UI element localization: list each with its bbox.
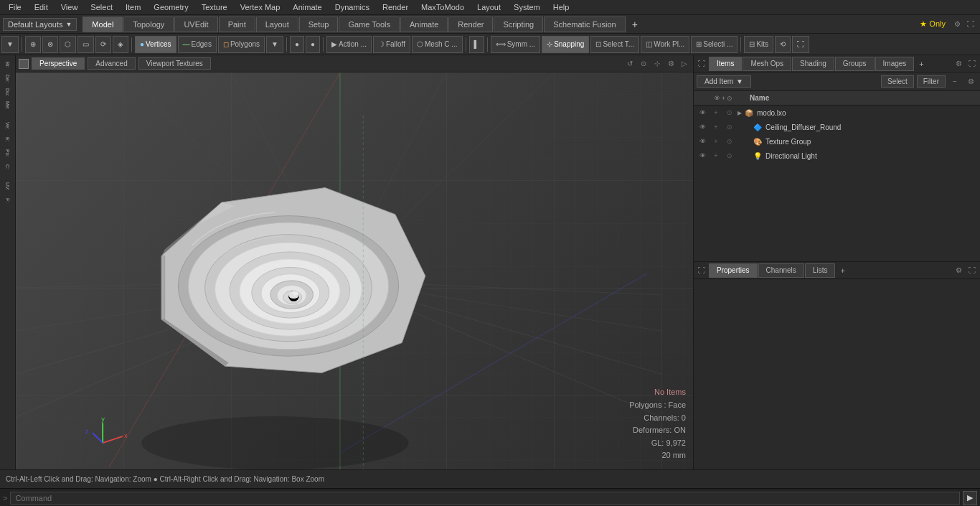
item-eye-ceiling[interactable]: 👁: [697, 121, 708, 133]
item-lock-modolxo[interactable]: +: [710, 107, 722, 118]
tool-target[interactable]: ⊗: [42, 36, 58, 53]
item-lock-texture[interactable]: +: [710, 136, 722, 147]
props-add-tab[interactable]: +: [836, 265, 849, 276]
vp-tab-perspective[interactable]: Perspective: [32, 57, 85, 70]
tool-workplane[interactable]: ◫ Work Pl...: [641, 36, 689, 53]
items-settings-icon[interactable]: ⚙: [964, 75, 977, 88]
command-input[interactable]: [10, 492, 960, 505]
panel-tab-images[interactable]: Images: [875, 57, 915, 71]
command-run-button[interactable]: ▶: [963, 491, 977, 505]
layout-expand-icon[interactable]: ⛶: [964, 18, 977, 31]
select-button[interactable]: Select: [881, 75, 914, 88]
tool-bar[interactable]: ▌: [469, 36, 484, 53]
tab-schematic[interactable]: Schematic Fusion: [544, 17, 625, 32]
panel-add-tab[interactable]: +: [915, 58, 928, 70]
menu-item[interactable]: Item: [120, 1, 146, 13]
tool-rotate[interactable]: ⟳: [95, 36, 111, 53]
tab-add[interactable]: +: [626, 17, 644, 32]
panel-settings-icon[interactable]: ⚙: [952, 57, 965, 70]
sidebar-de[interactable]: De:: [1, 72, 14, 85]
tool-undo[interactable]: ⟲: [775, 36, 791, 53]
menu-maxtomodo[interactable]: MaxToModo: [415, 1, 470, 13]
sidebar-dup[interactable]: Du:: [1, 85, 14, 98]
tab-model[interactable]: Model: [83, 17, 123, 32]
item-lock-light[interactable]: +: [710, 150, 722, 161]
menu-geometry[interactable]: Geometry: [148, 1, 194, 13]
tab-render[interactable]: Render: [448, 17, 493, 32]
item-directional-light[interactable]: 👁 + ⊙ ▶ 💡 Directional Light: [694, 149, 980, 163]
props-tab-properties[interactable]: Properties: [709, 263, 758, 278]
item-eye-modolxo[interactable]: 👁: [697, 107, 708, 118]
items-minus-icon[interactable]: −: [948, 75, 961, 88]
tool-mesh[interactable]: ⬡ Mesh C ...: [412, 36, 463, 53]
viewport[interactable]: Perspective Advanced Viewport Textures ↺…: [16, 55, 693, 469]
menu-layout[interactable]: Layout: [471, 1, 507, 13]
tab-gametools[interactable]: Game Tools: [339, 17, 400, 32]
panel-tab-groups[interactable]: Groups: [835, 57, 875, 71]
item-triangle-modolxo[interactable]: ▶: [738, 110, 742, 116]
panel-float-icon[interactable]: ⛶: [966, 57, 979, 70]
props-tab-lists[interactable]: Lists: [805, 263, 836, 278]
item-texture-group[interactable]: 👁 + ⊙ ▶ 🎨 Texture Group: [694, 134, 980, 149]
menu-dynamics[interactable]: Dynamics: [329, 1, 375, 13]
tab-uvedit[interactable]: UVEdit: [174, 17, 217, 32]
menu-animate[interactable]: Animate: [287, 1, 327, 13]
item-render-modolxo[interactable]: ⊙: [724, 107, 735, 118]
filter-button[interactable]: Filter: [917, 75, 946, 88]
tool-vertices[interactable]: ● Vertices: [135, 36, 176, 53]
item-render-ceiling[interactable]: ⊙: [724, 121, 735, 133]
tab-animate[interactable]: Animate: [400, 17, 448, 32]
vp-search-icon[interactable]: ⊹: [651, 58, 663, 70]
menu-file[interactable]: File: [3, 1, 27, 13]
tool-hex[interactable]: ⬡: [60, 36, 76, 53]
sidebar-c[interactable]: C:: [1, 160, 14, 173]
sidebar-pol[interactable]: Po:: [1, 146, 14, 159]
menu-view[interactable]: View: [55, 1, 84, 13]
vp-settings-icon[interactable]: ⚙: [665, 58, 677, 70]
tool-dropdown-1[interactable]: ▼: [1, 36, 19, 53]
tab-scripting[interactable]: Scripting: [494, 17, 543, 32]
menu-vertexmap[interactable]: Vertex Map: [235, 1, 286, 13]
panel-tab-shading[interactable]: Shading: [792, 57, 834, 71]
sidebar-ver[interactable]: Ve:: [1, 119, 14, 132]
item-triangle-light[interactable]: ▶: [746, 153, 750, 159]
props-float-icon[interactable]: ⛶: [966, 264, 979, 277]
sidebar-f[interactable]: F:: [1, 194, 14, 207]
tool-circle1[interactable]: ●: [290, 36, 304, 53]
tab-paint[interactable]: Paint: [219, 17, 255, 32]
props-settings-icon[interactable]: ⚙: [952, 264, 965, 277]
menu-texture[interactable]: Texture: [196, 1, 233, 13]
vp-tab-advanced[interactable]: Advanced: [88, 57, 135, 70]
tool-falloff[interactable]: ☽ Falloff: [373, 36, 410, 53]
viewport-canvas[interactable]: x y z No Items Polygons : Face Channels:…: [16, 72, 693, 469]
panel-tab-meshops[interactable]: Mesh Ops: [743, 57, 791, 71]
tool-action[interactable]: ▶ Action ...: [326, 36, 372, 53]
vp-tab-textures[interactable]: Viewport Textures: [138, 57, 211, 70]
item-modo-lxo[interactable]: 👁 + ⊙ ▶ 📦 modo.lxo: [694, 106, 980, 120]
tool-hex2[interactable]: ◈: [113, 36, 128, 53]
panel-expand-icon[interactable]: ⛶: [695, 57, 708, 70]
item-lock-ceiling[interactable]: +: [710, 121, 722, 133]
vp-render-icon[interactable]: ⊙: [638, 58, 649, 70]
tool-dropdown-2[interactable]: ▼: [266, 36, 283, 53]
item-render-texture[interactable]: ⊙: [724, 136, 735, 147]
tool-edges[interactable]: — Edges: [178, 36, 217, 53]
star-only[interactable]: ★ Only: [915, 18, 950, 30]
item-triangle-ceiling[interactable]: ▶: [746, 124, 750, 131]
item-eye-light[interactable]: 👁: [697, 150, 708, 161]
tab-setup[interactable]: Setup: [299, 17, 339, 32]
menu-select[interactable]: Select: [85, 1, 118, 13]
tool-snapping[interactable]: ⊹ Snapping: [542, 36, 589, 53]
item-render-light[interactable]: ⊙: [724, 150, 735, 161]
tool-selection[interactable]: ⊞ Selecti ...: [691, 36, 738, 53]
tool-circle2[interactable]: ●: [306, 36, 320, 53]
menu-system[interactable]: System: [508, 1, 546, 13]
tool-polygons[interactable]: ◻ Polygons: [218, 36, 265, 53]
tool-kits[interactable]: ⊟ Kits: [744, 36, 773, 53]
tool-fullscreen[interactable]: ⛶: [792, 36, 809, 53]
tool-globe[interactable]: ⊕: [25, 36, 41, 53]
tab-layout[interactable]: Layout: [256, 17, 298, 32]
vp-expand-icon[interactable]: ▷: [679, 58, 690, 70]
layout-settings-icon[interactable]: ⚙: [951, 18, 963, 31]
tool-select-type[interactable]: ⊡ Select T...: [590, 36, 639, 53]
